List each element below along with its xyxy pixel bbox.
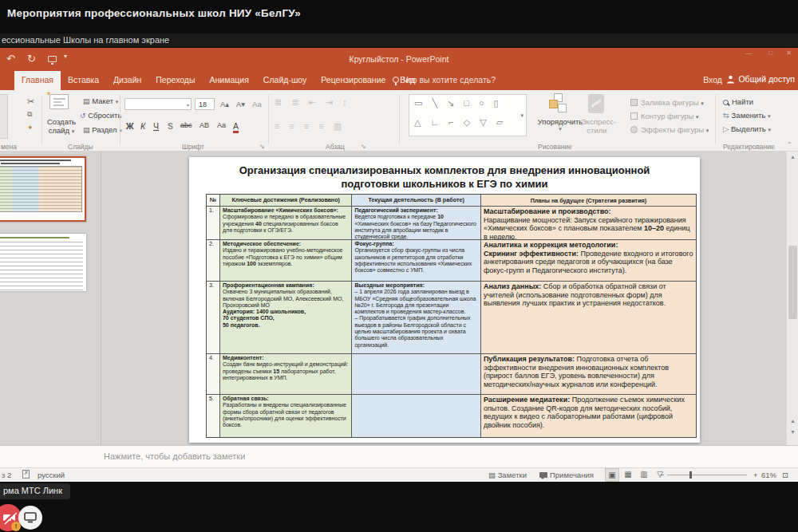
- shapes-more-icon[interactable]: ▾: [520, 112, 523, 119]
- table-cell[interactable]: Выездные мероприятия:– 1 апреля 2026 год…: [352, 282, 480, 354]
- table-cell[interactable]: Педагогический эксперимент:Ведется подго…: [352, 207, 480, 240]
- find-button[interactable]: Найти: [723, 97, 753, 106]
- italic-button[interactable]: К: [140, 121, 145, 131]
- shape-icon[interactable]: □: [464, 98, 469, 108]
- table-cell[interactable]: Масштабирование «Химических боксов»:Сфор…: [220, 207, 352, 240]
- shape-icon[interactable]: △: [414, 117, 421, 128]
- maximize-button[interactable]: □: [768, 49, 772, 57]
- close-button[interactable]: ✕: [786, 49, 792, 57]
- slide-thumbnail-1[interactable]: [0, 156, 86, 222]
- start-slideshow-icon[interactable]: [48, 56, 57, 62]
- share-button[interactable]: Общий доступ: [726, 74, 795, 84]
- character-spacing-button[interactable]: АВ: [200, 121, 209, 129]
- paragraph-format-icon[interactable]: ≣: [291, 97, 298, 108]
- next-slide-icon[interactable]: ▼: [790, 429, 796, 435]
- signin-button[interactable]: Вход: [703, 75, 722, 85]
- ribbon-tab[interactable]: Слайд-шоу: [256, 71, 314, 90]
- table-cell[interactable]: Обратная связь:Разработаны и внедрены сп…: [220, 395, 352, 437]
- table-cell[interactable]: Публикация результатов: Подготовка отчет…: [481, 354, 696, 395]
- paragraph-format-icon[interactable]: ≣: [275, 97, 282, 108]
- font-color-button[interactable]: А: [233, 121, 239, 133]
- zoom-out-button[interactable]: −: [660, 471, 665, 479]
- bold-button[interactable]: Ж: [126, 121, 134, 131]
- slide-canvas[interactable]: Организация специализированных комплекто…: [189, 157, 700, 443]
- table-header-cell[interactable]: №: [207, 195, 220, 207]
- reset-button[interactable]: ↺ Сбросить: [80, 111, 121, 120]
- table-cell[interactable]: Аналитика и коррекция методологии:Скрини…: [481, 240, 696, 282]
- table-cell[interactable]: Медиаконтент:Создан банк видео-инструкци…: [220, 354, 352, 395]
- table-header-cell[interactable]: Планы на будущее (Стратегия развития): [481, 195, 696, 207]
- paragraph-format-icon[interactable]: ↕: [342, 97, 347, 108]
- shape-outline-button[interactable]: Контур фигуры ▾: [630, 112, 699, 120]
- ribbon-tab[interactable]: Вставка: [61, 71, 106, 90]
- select-button[interactable]: ▷ Выделить ▾: [723, 124, 771, 133]
- table-cell[interactable]: Анализ данных: Сбор и обработка обратной…: [481, 282, 696, 354]
- previous-slide-icon[interactable]: ▲: [790, 418, 796, 424]
- spellcheck-icon[interactable]: [22, 470, 30, 479]
- ribbon-tab[interactable]: Анимация: [203, 71, 256, 90]
- shape-icon[interactable]: ↘: [447, 98, 454, 108]
- notes-toggle[interactable]: ▤ Заметки: [488, 471, 527, 479]
- paragraph-format-icon[interactable]: ≡: [275, 121, 279, 132]
- tell-me-box[interactable]: Что вы хотите сделать?: [393, 75, 496, 85]
- fit-to-window-icon[interactable]: ⊡: [782, 471, 788, 479]
- grow-font-icon[interactable]: А▴: [220, 100, 229, 108]
- zoom-in-button[interactable]: +: [753, 471, 758, 479]
- replace-button[interactable]: ⇆ Заменить ▾: [723, 111, 770, 120]
- clear-formatting-icon[interactable]: Аа: [252, 100, 262, 108]
- shape-fill-button[interactable]: Заливка фигуры ▾: [630, 98, 704, 107]
- new-slide-button[interactable]: Создать слайд ▾: [44, 117, 79, 135]
- shape-effects-button[interactable]: Эффекты фигуры ▾: [630, 125, 709, 134]
- table-cell[interactable]: Фокус-группа:Организуется сбор фокус-гру…: [352, 240, 480, 282]
- strikethrough-button[interactable]: abc: [180, 121, 192, 129]
- comments-toggle[interactable]: Примечания: [539, 471, 594, 479]
- shapes-gallery[interactable]: ▭╲↘□○▯ △∟⌐◇▽▱ ▾: [409, 94, 527, 136]
- shape-icon[interactable]: ╲: [432, 98, 437, 108]
- zoom-level[interactable]: 61%: [761, 471, 776, 479]
- shape-icon[interactable]: ⌐: [448, 117, 453, 128]
- scrollbar-thumb[interactable]: [788, 246, 797, 319]
- paragraph-icons-row2[interactable]: ≡≡≡≡▥: [275, 121, 342, 132]
- paragraph-format-icon[interactable]: ≡: [304, 121, 309, 132]
- slide-thumbnail-2[interactable]: [0, 234, 86, 291]
- notes-pane[interactable]: Нажмите, чтобы добавить заметки: [0, 445, 798, 467]
- reading-view-button[interactable]: ▥: [637, 468, 651, 482]
- font-dialog-launcher-icon[interactable]: ⇘: [259, 143, 265, 150]
- paragraph-format-icon[interactable]: ≡: [318, 121, 323, 132]
- table-cell[interactable]: [352, 395, 480, 437]
- shape-icon[interactable]: ▯: [494, 98, 499, 108]
- copy-icon[interactable]: ⧉: [27, 110, 32, 119]
- ribbon-tab[interactable]: Рецензирование: [314, 71, 393, 90]
- zoom-slider[interactable]: [667, 475, 747, 475]
- redo-icon[interactable]: ↻: [27, 53, 36, 65]
- screen-share-button[interactable]: [18, 506, 42, 530]
- paragraph-dialog-launcher-icon[interactable]: ⇘: [361, 143, 366, 150]
- paragraph-format-icon[interactable]: ⇤: [308, 97, 315, 108]
- ribbon-tab[interactable]: Главная: [14, 71, 61, 90]
- format-painter-icon[interactable]: ✦: [27, 124, 34, 132]
- paragraph-icons-row1[interactable]: ≣≣⇤⇥↕: [275, 97, 346, 108]
- underline-button[interactable]: Ч: [153, 121, 159, 131]
- ribbon-tab[interactable]: Дизайн: [106, 71, 148, 90]
- shape-icon[interactable]: ∟: [430, 117, 439, 128]
- table-header-cell[interactable]: Текущая деятельность (В работе): [352, 195, 480, 207]
- shape-icon[interactable]: ▱: [496, 117, 503, 128]
- quick-styles-button[interactable]: Экспресс- стили: [581, 117, 613, 135]
- table-header-cell[interactable]: Ключевые достижения (Реализовано): [220, 195, 352, 207]
- slide-title-text[interactable]: Организация специализированных комплекто…: [213, 164, 676, 191]
- table-cell[interactable]: Методическое обеспечение:Издано и тиражи…: [220, 240, 352, 282]
- table-cell[interactable]: [352, 354, 480, 395]
- table-cell[interactable]: Профориентационная кампания:Охвачено 3 м…: [220, 282, 352, 354]
- change-case-button[interactable]: Аа: [217, 121, 226, 129]
- undo-icon[interactable]: ↶: [6, 53, 15, 65]
- section-button[interactable]: ▤ Раздел ▾: [83, 125, 122, 134]
- cut-icon[interactable]: ✂: [27, 97, 34, 107]
- shape-icon[interactable]: ○: [479, 98, 484, 108]
- qat-dropdown-icon[interactable]: ▾: [64, 53, 67, 60]
- zoom-slider-thumb[interactable]: [689, 471, 692, 479]
- normal-view-button[interactable]: ▣: [605, 468, 619, 482]
- row-number-cell[interactable]: 1.: [207, 207, 220, 240]
- slide-thumbnail-panel[interactable]: [0, 152, 101, 445]
- shape-icon[interactable]: ◇: [464, 117, 470, 128]
- row-number-cell[interactable]: 3.: [207, 282, 220, 354]
